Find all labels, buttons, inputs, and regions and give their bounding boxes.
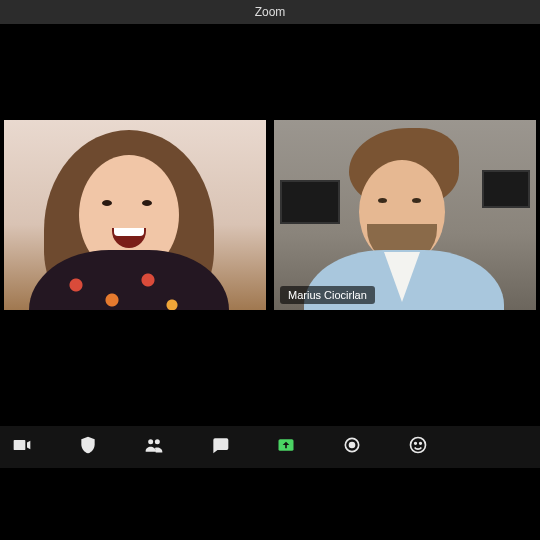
record-button[interactable]	[340, 435, 364, 459]
svg-point-0	[148, 439, 153, 444]
share-screen-icon	[276, 435, 296, 459]
shield-icon	[78, 435, 98, 459]
participant-video	[274, 120, 536, 310]
svg-point-4	[350, 443, 355, 448]
participants-icon	[144, 435, 164, 459]
chat-button[interactable]	[208, 435, 232, 459]
security-button[interactable]	[76, 435, 100, 459]
video-grid: Marius Ciocirlan	[0, 120, 540, 310]
participant-name-badge: Marius Ciocirlan	[280, 286, 375, 304]
participant-tile[interactable]	[4, 120, 266, 310]
svg-point-7	[420, 443, 422, 445]
video-icon	[12, 435, 32, 459]
participants-button[interactable]	[142, 435, 166, 459]
video-button[interactable]	[10, 435, 34, 459]
chat-icon	[210, 435, 230, 459]
reactions-button[interactable]	[406, 435, 430, 459]
record-icon	[342, 435, 362, 459]
meeting-toolbar	[0, 426, 540, 468]
svg-point-6	[415, 443, 417, 445]
reactions-icon	[408, 435, 428, 459]
window-title: Zoom	[255, 5, 286, 19]
participant-video	[4, 120, 266, 310]
svg-point-5	[411, 438, 426, 453]
titlebar: Zoom	[0, 0, 540, 24]
zoom-window: Zoom Ma	[0, 0, 540, 540]
svg-point-1	[155, 439, 160, 444]
participant-tile[interactable]: Marius Ciocirlan	[274, 120, 536, 310]
share-screen-button[interactable]	[274, 435, 298, 459]
